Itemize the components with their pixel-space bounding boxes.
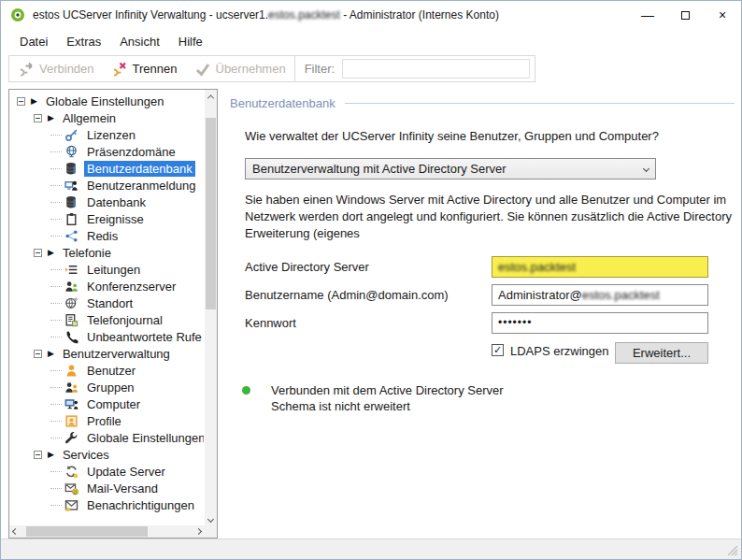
menu-ansicht[interactable]: Ansicht	[110, 32, 169, 51]
tree-item-datenbank[interactable]: Datenbank	[9, 194, 204, 210]
toolbar: VerbindenTrennenÜbernehmen Filter:	[8, 55, 535, 82]
tree-item-label[interactable]: Datenbank	[84, 194, 149, 210]
tree-item-label[interactable]: Konferenzserver	[84, 279, 178, 294]
disconnect-button[interactable]: Trennen	[103, 56, 186, 81]
tree-item-label[interactable]: Globale Einstellungen	[43, 93, 166, 109]
tree-item-label[interactable]: Benutzerdatenbank	[84, 161, 195, 177]
tree-item-label[interactable]: Benutzerverwaltung	[60, 346, 173, 362]
update-icon	[64, 465, 78, 479]
ad-server-input[interactable]: estos.packtest	[492, 256, 708, 278]
tree-item-globale-einstellungen[interactable]: Globale Einstellungen	[9, 429, 204, 446]
tree-item-label[interactable]: Lizenzen	[84, 127, 138, 143]
tree-item-redis[interactable]: Redis	[9, 227, 204, 244]
tree-item-label[interactable]: Telefonjournal	[84, 312, 165, 328]
tree-item-label[interactable]: Präsenzdomäne	[84, 144, 178, 160]
tree-item-label[interactable]: Ereignisse	[84, 211, 147, 227]
tree-connector	[50, 337, 62, 337]
tree-item-computer[interactable]: Computer	[9, 395, 204, 412]
advanced-button[interactable]: Erweitert...	[615, 342, 708, 364]
tree-item-label[interactable]: Gruppen	[84, 380, 137, 395]
tree-item-konferenzserver[interactable]: Konferenzserver	[9, 278, 204, 294]
tree-item-ereignisse[interactable]: Ereignisse	[9, 210, 204, 227]
tree-item-label[interactable]: Benachrichtigungen	[84, 497, 197, 513]
tree-item-leitungen[interactable]: Leitungen	[9, 261, 204, 278]
tree-item-telefonjournal[interactable]: Telefonjournal	[9, 311, 204, 328]
connect-button[interactable]: Verbinden	[9, 56, 103, 81]
vertical-scroll-thumb[interactable]	[206, 118, 216, 309]
scroll-left-button[interactable]	[9, 525, 21, 538]
username-input[interactable]: Administrator@estos.packtest	[492, 284, 708, 306]
filter-input[interactable]	[342, 59, 530, 79]
tree-connector	[50, 236, 62, 237]
tree-connector	[50, 438, 62, 438]
collapse-minus-icon[interactable]	[34, 350, 42, 358]
resize-grip[interactable]	[728, 546, 739, 557]
tree-item-globale-einstellungen[interactable]: ▶Globale Einstellungen	[9, 93, 204, 109]
tree-item-label[interactable]: Benutzer	[84, 363, 138, 379]
tree-item-label[interactable]: Redis	[84, 228, 121, 244]
tree-item-label[interactable]: Computer	[84, 396, 143, 412]
minimize-button[interactable]: —	[629, 1, 666, 29]
tree-item-label[interactable]: Leitungen	[84, 262, 143, 278]
collapse-minus-icon[interactable]	[34, 451, 42, 459]
menu-datei[interactable]: Datei	[10, 32, 57, 51]
password-input[interactable]: •••••••	[492, 312, 708, 334]
tree-item-allgemein[interactable]: ▶Allgemein	[9, 109, 204, 126]
tree-item-label[interactable]: Services	[60, 447, 112, 463]
journal-icon	[64, 313, 78, 327]
tree-item-benutzer[interactable]: Benutzer	[9, 362, 204, 379]
collapse-minus-icon[interactable]	[17, 97, 25, 106]
title-bar: estos UCServer Infinity Verwaltung - ucs…	[1, 1, 741, 29]
scroll-up-button[interactable]	[205, 90, 217, 103]
scroll-down-button[interactable]	[205, 512, 217, 525]
maximize-button[interactable]	[666, 1, 704, 29]
tree-item-gruppen[interactable]: Gruppen	[9, 379, 204, 395]
tree-item-benutzerdatenbank[interactable]: Benutzerdatenbank	[9, 160, 204, 177]
collapse-minus-icon[interactable]	[34, 114, 42, 122]
tree-item-standort[interactable]: Standort	[9, 294, 204, 311]
tree-item-label[interactable]: Telefonie	[60, 245, 114, 261]
chevron-down-icon	[207, 515, 214, 522]
tree-item-label[interactable]: Globale Einstellungen	[84, 430, 204, 446]
tree-item-label[interactable]: Unbeantwortete Rufe	[84, 329, 204, 345]
horizontal-scroll-thumb[interactable]	[26, 526, 148, 537]
ldaps-checkbox[interactable]: ✓	[492, 344, 504, 356]
tree-horizontal-scrollbar[interactable]	[9, 525, 205, 538]
menu-hilfe[interactable]: Hilfe	[169, 32, 212, 51]
redacted-domain: estos.packtest	[268, 8, 340, 22]
lines-icon	[64, 263, 78, 277]
location-globe-icon	[64, 296, 78, 310]
tree-item-benutzerverwaltung[interactable]: ▶Benutzerverwaltung	[9, 345, 204, 362]
menu-bar: DateiExtrasAnsichtHilfe	[1, 29, 741, 53]
tree-item-profile[interactable]: Profile	[9, 412, 204, 429]
menu-extras[interactable]: Extras	[57, 32, 110, 51]
tree-item-label[interactable]: Benutzeranmeldung	[84, 178, 198, 194]
tree-item-update-server[interactable]: Update Server	[9, 463, 204, 480]
tree-item-telefonie[interactable]: ▶Telefonie	[9, 244, 204, 261]
close-button[interactable]: ×	[704, 1, 741, 29]
tree-item-benutzeranmeldung[interactable]: Benutzeranmeldung	[9, 177, 204, 194]
tree-item-services[interactable]: ▶Services	[9, 446, 204, 463]
tree-item-label[interactable]: Update Server	[84, 464, 168, 480]
scroll-right-button[interactable]	[193, 525, 205, 538]
tree-rows: ▶Globale Einstellungen▶AllgemeinLizenzen…	[9, 93, 204, 524]
database-icon	[64, 195, 78, 209]
tree-item-pr-senzdom-ne[interactable]: Präsenzdomäne	[9, 143, 204, 160]
tree-item-lizenzen[interactable]: Lizenzen	[9, 126, 204, 143]
tree-item-label[interactable]: Allgemein	[60, 110, 119, 126]
apply-button[interactable]: Übernehmen	[186, 56, 294, 81]
user-management-dropdown[interactable]: Benutzerverwaltung mit Active Directory …	[245, 158, 656, 179]
tree-item-unbeantwortete-rufe[interactable]: Unbeantwortete Rufe	[9, 328, 204, 345]
tree-item-label[interactable]: Standort	[84, 295, 136, 311]
chevron-right-icon	[195, 528, 202, 535]
tree-item-mail-versand[interactable]: @Mail-Versand	[9, 480, 204, 496]
estos-logo-icon	[10, 7, 25, 22]
tree-item-label[interactable]: Mail-Versand	[84, 481, 161, 496]
tree-item-label[interactable]: Profile	[84, 413, 124, 429]
globe-icon	[64, 145, 78, 159]
collapse-minus-icon[interactable]	[34, 249, 42, 257]
tree-item-benachrichtigungen[interactable]: Benachrichtigungen	[9, 496, 204, 513]
tree-vertical-scrollbar[interactable]	[205, 90, 217, 525]
form-row: Active Directory Server estos.packtest	[230, 253, 735, 281]
mail-icon	[64, 498, 78, 512]
